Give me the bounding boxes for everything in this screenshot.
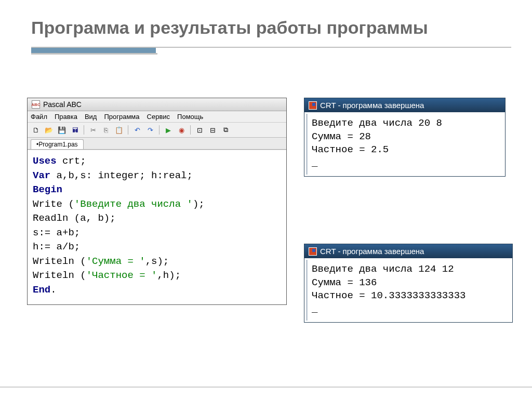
code-text: Writeln ( bbox=[33, 270, 86, 281]
slide-title: Программа и результаты работы программы bbox=[31, 18, 428, 38]
code-text: ,s); bbox=[145, 256, 169, 267]
string-literal: 'Введите два числа ' bbox=[74, 198, 193, 210]
menu-file[interactable]: Файл bbox=[31, 113, 47, 121]
code-text: ,h); bbox=[157, 270, 181, 281]
ide-tabbar: •Program1.pas bbox=[28, 138, 286, 150]
ide-titlebar: ABC Pascal ABC bbox=[28, 98, 286, 111]
stop-icon[interactable]: ◉ bbox=[176, 125, 187, 135]
save-icon[interactable]: 💾 bbox=[57, 125, 67, 135]
save-all-icon[interactable]: 🖬 bbox=[70, 125, 80, 135]
output-line: Введите два числа 20 8 bbox=[312, 117, 442, 129]
undo-icon[interactable]: ↶ bbox=[132, 125, 142, 135]
title-underline bbox=[31, 47, 511, 54]
kw-begin: Begin bbox=[33, 184, 62, 195]
paste-icon[interactable]: 📋 bbox=[114, 125, 124, 135]
copy-icon[interactable]: ⎘ bbox=[101, 125, 111, 135]
crt-output: Введите два числа 20 8 Сумма = 28 Частно… bbox=[306, 114, 503, 175]
output-line: Сумма = 28 bbox=[312, 131, 371, 142]
app-icon: ABC bbox=[32, 100, 40, 109]
crt-titlebar: CRT - программа завершена bbox=[304, 98, 505, 112]
string-literal: 'Сумма = ' bbox=[86, 256, 145, 267]
window-icon[interactable]: ⊟ bbox=[207, 125, 218, 135]
code-text: h:= a/b; bbox=[33, 241, 80, 252]
code-text: a,b,s: integer; h:real; bbox=[50, 170, 193, 181]
code-text: Write ( bbox=[33, 198, 74, 210]
output-line: Введите два числа 124 12 bbox=[312, 263, 454, 275]
kw-var: Var bbox=[33, 170, 50, 181]
code-text: ); bbox=[193, 198, 205, 210]
separator bbox=[190, 125, 191, 135]
cursor: _ bbox=[312, 303, 317, 315]
crt-icon bbox=[309, 247, 317, 256]
cursor: _ bbox=[312, 157, 317, 169]
redo-icon[interactable]: ↷ bbox=[145, 125, 155, 135]
menu-program[interactable]: Программа bbox=[104, 113, 139, 121]
code-text: s:= a+b; bbox=[33, 227, 80, 238]
footer-line bbox=[0, 387, 532, 388]
output-line: Частное = 10.3333333333333 bbox=[312, 290, 466, 301]
menu-service[interactable]: Сервис bbox=[147, 113, 170, 121]
run-icon[interactable]: ▶ bbox=[163, 125, 174, 135]
new-file-icon[interactable]: 🗋 bbox=[31, 125, 41, 135]
menu-view[interactable]: Вид bbox=[85, 113, 97, 121]
string-literal: 'Частное = ' bbox=[86, 270, 157, 281]
crt-title: CRT - программа завершена bbox=[320, 101, 424, 110]
file-tab[interactable]: •Program1.pas bbox=[31, 139, 84, 149]
crt-window-1: CRT - программа завершена Введите два чи… bbox=[304, 98, 506, 177]
window-icon[interactable]: ⧉ bbox=[220, 125, 231, 135]
open-icon[interactable]: 📂 bbox=[44, 125, 54, 135]
crt-window-2: CRT - программа завершена Введите два чи… bbox=[304, 244, 513, 323]
pascal-ide-window: ABC Pascal ABC Файл Правка Вид Программа… bbox=[27, 98, 287, 305]
code-text: . bbox=[50, 284, 56, 296]
code-text: crt; bbox=[57, 155, 86, 167]
crt-output: Введите два числа 124 12 Сумма = 136 Час… bbox=[306, 260, 511, 321]
code-editor[interactable]: Uses crt; Var a,b,s: integer; h:real; Be… bbox=[28, 150, 286, 304]
separator bbox=[128, 125, 128, 135]
kw-uses: Uses bbox=[33, 155, 57, 167]
kw-end: End bbox=[33, 284, 50, 296]
cut-icon[interactable]: ✂ bbox=[88, 125, 98, 135]
output-line: Частное = 2.5 bbox=[312, 144, 389, 155]
window-icon[interactable]: ⊡ bbox=[194, 125, 205, 135]
crt-icon bbox=[309, 101, 317, 110]
ide-toolbar: 🗋 📂 💾 🖬 ✂ ⎘ 📋 ↶ ↷ ▶ ◉ ⊡ ⊟ ⧉ bbox=[28, 123, 286, 138]
crt-title: CRT - программа завершена bbox=[320, 247, 424, 256]
code-text: Readln (a, b); bbox=[33, 212, 116, 224]
crt-titlebar: CRT - программа завершена bbox=[304, 244, 512, 258]
separator bbox=[84, 125, 84, 135]
menu-edit[interactable]: Правка bbox=[55, 113, 77, 121]
separator bbox=[159, 125, 159, 135]
menu-help[interactable]: Помощь bbox=[177, 113, 203, 121]
ide-menubar: Файл Правка Вид Программа Сервис Помощь bbox=[28, 111, 286, 123]
output-line: Сумма = 136 bbox=[312, 277, 377, 288]
code-text: Writeln ( bbox=[33, 256, 86, 267]
ide-title: Pascal ABC bbox=[43, 100, 82, 109]
